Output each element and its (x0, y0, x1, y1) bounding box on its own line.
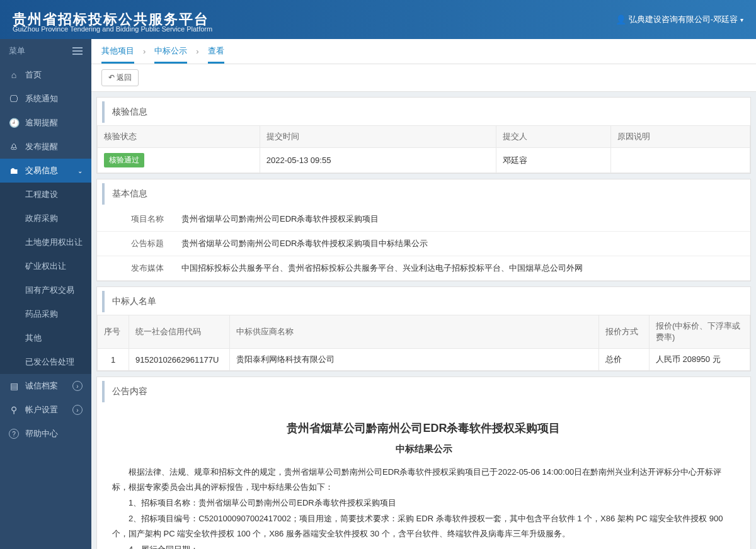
form-value: 贵州省烟草公司黔南州公司EDR杀毒软件授权采购项目中标结果公示 (173, 232, 750, 256)
th-name: 中标供应商名称 (230, 315, 599, 349)
crumb-3[interactable]: 查看 (208, 45, 224, 64)
nav-label: 工程建设 (25, 189, 58, 200)
cell-time: 2022-05-13 09:55 (260, 148, 496, 173)
nav-help[interactable]: ? 帮助中心 (0, 422, 91, 446)
announcement-panel: 公告内容 贵州省烟草公司黔南州公司EDR杀毒软件授权采购项目 中标结果公示 根据… (96, 376, 751, 549)
breadcrumb: 其他项目 › 中标公示 › 查看 (91, 39, 756, 64)
nav-label: 逾期提醒 (25, 117, 58, 128)
cell-code: 91520102662961177U (129, 349, 230, 371)
nav-label: 交易信息 (25, 165, 58, 176)
cell-reason (610, 148, 750, 173)
crumb-sep: › (196, 47, 198, 56)
bell-icon: 🕭 (9, 142, 19, 152)
line-text: 1、招标项目名称：贵州省烟草公司黔南州公司EDR杀毒软件授权采购项目 (112, 495, 735, 511)
nav-credit[interactable]: ▤ 诚信档案 › (0, 374, 91, 398)
th-no: 序号 (98, 315, 129, 349)
nav-label: 政府采购 (25, 213, 58, 224)
doc-subtitle: 中标结果公示 (112, 440, 735, 458)
winners-table: 序号 统一社会信用代码 中标供应商名称 报价方式 报价(中标价、下浮率或费率) … (97, 315, 750, 371)
sub-construction[interactable]: 工程建设 (0, 183, 91, 207)
sub-gov-procure[interactable]: 政府采购 (0, 207, 91, 230)
toolbar: ↶ 返回 (91, 64, 756, 92)
info-badge-icon: › (72, 405, 83, 415)
nav-label: 首页 (25, 69, 42, 81)
form-row: 项目名称 贵州省烟草公司黔南州公司EDR杀毒软件授权采购项目 (97, 207, 750, 232)
nav-label: 土地使用权出让 (25, 237, 83, 248)
cell-quote: 人民币 208950 元 (650, 349, 750, 371)
sub-mining[interactable]: 矿业权出让 (0, 254, 91, 278)
back-button-label: 返回 (117, 73, 132, 82)
th-status: 核验状态 (98, 126, 260, 148)
crumb-2[interactable]: 中标公示 (154, 45, 187, 64)
sub-other[interactable]: 其他 (0, 326, 91, 350)
th-time: 提交时间 (260, 126, 496, 148)
folder-icon: 🖿 (9, 166, 19, 176)
user-icon: 👤 (616, 14, 626, 25)
nav-label: 已发公告处理 (25, 356, 74, 368)
announcement-content: 贵州省烟草公司黔南州公司EDR杀毒软件授权采购项目 中标结果公示 根据法律、法规… (97, 405, 750, 549)
th-code: 统一社会信用代码 (129, 315, 230, 349)
th-submitter: 提交人 (496, 126, 610, 148)
nav-publish-remind[interactable]: 🕭 发布提醒 (0, 135, 91, 159)
nav-notifications[interactable]: 🖵 系统通知 (0, 87, 91, 111)
line-text: 4、履行合同日期： (112, 542, 735, 549)
back-button[interactable]: ↶ 返回 (101, 69, 139, 86)
form-row: 公告标题 贵州省烟草公司黔南州公司EDR杀毒软件授权采购项目中标结果公示 (97, 232, 750, 256)
panel-title: 核验信息 (102, 101, 750, 123)
archive-icon: ▤ (9, 381, 19, 391)
verify-panel: 核验信息 核验状态 提交时间 提交人 原因说明 核验通过 2022-05-13 … (96, 97, 751, 174)
menu-toggle-icon[interactable] (72, 47, 83, 55)
nav-label: 药品采购 (25, 308, 58, 320)
user-settings-icon: ⚲ (9, 405, 19, 415)
line-text: 2、招标项目编号：C5201000907002417002；项目用途，简要技术要… (112, 511, 735, 542)
panel-title: 公告内容 (102, 381, 750, 402)
status-badge: 核验通过 (104, 153, 144, 167)
table-row: 1 91520102662961177U 贵阳泰利网络科技有限公司 总价 人民币… (98, 349, 750, 371)
form-label: 公告标题 (97, 232, 173, 256)
cell-submitter: 邓廷容 (496, 148, 610, 173)
nav-trade-submenu: 工程建设 政府采购 土地使用权出让 矿业权出让 国有产权交易 药品采购 其他 已… (0, 183, 91, 374)
nav-label: 矿业权出让 (25, 261, 66, 272)
th-method: 报价方式 (599, 315, 650, 349)
sidebar: 菜单 ⌂ 首页 🖵 系统通知 🕘 逾期提醒 🕭 发布提醒 🖿 交易信息 ⌄ 工程… (0, 39, 91, 549)
th-reason: 原因说明 (610, 126, 750, 148)
winners-panel: 中标人名单 序号 统一社会信用代码 中标供应商名称 报价方式 报价(中标价、下浮… (96, 286, 751, 371)
cell-no: 1 (98, 349, 129, 371)
form-label: 发布媒体 (97, 256, 173, 280)
nav-label: 其他 (25, 332, 42, 344)
info-badge-icon: › (72, 381, 83, 391)
clock-icon: 🕘 (9, 118, 19, 128)
nav-label: 系统通知 (25, 93, 58, 105)
sub-published[interactable]: 已发公告处理 (0, 350, 91, 374)
doc-title: 贵州省烟草公司黔南州公司EDR杀毒软件授权采购项目 (112, 417, 735, 439)
nav-label: 诚信档案 (25, 380, 58, 392)
th-quote: 报价(中标价、下浮率或费率) (650, 315, 750, 349)
nav-label: 国有产权交易 (25, 285, 74, 296)
nav-label: 发布提醒 (25, 141, 58, 152)
form-row: 发布媒体 中国招标投标公共服务平台、贵州省招标投标公共服务平台、兴业利达电子招标… (97, 256, 750, 281)
nav-account[interactable]: ⚲ 帐户设置 › (0, 398, 91, 422)
main-content: 其他项目 › 中标公示 › 查看 ↶ 返回 核验信息 核验状态 提交时间 提交人… (91, 39, 756, 549)
form-value: 贵州省烟草公司黔南州公司EDR杀毒软件授权采购项目 (173, 207, 750, 231)
crumb-sep: › (143, 47, 146, 56)
sub-land[interactable]: 土地使用权出让 (0, 230, 91, 254)
nav-trade-info[interactable]: 🖿 交易信息 ⌄ (0, 159, 91, 183)
app-title: 贵州省招标投标公共服务平台 GuiZhou Province Tendering… (13, 10, 209, 29)
home-icon: ⌂ (9, 70, 19, 80)
header-subtitle-text: GuiZhou Province Tendering and Bidding P… (13, 25, 212, 33)
cell-method: 总价 (599, 349, 650, 371)
nav-overdue[interactable]: 🕘 逾期提醒 (0, 111, 91, 135)
chevron-down-icon: ⌄ (77, 167, 83, 174)
user-name-label: 弘典建设咨询有限公司-邓廷容 (629, 14, 738, 25)
verify-table: 核验状态 提交时间 提交人 原因说明 核验通过 2022-05-13 09:55… (97, 125, 750, 173)
crumb-1[interactable]: 其他项目 (101, 45, 134, 64)
sub-medicine[interactable]: 药品采购 (0, 302, 91, 326)
form-label: 项目名称 (97, 207, 173, 231)
chevron-down-icon: ▾ (740, 16, 743, 23)
help-icon: ? (9, 429, 19, 439)
user-menu[interactable]: 👤 弘典建设咨询有限公司-邓廷容 ▾ (616, 14, 743, 25)
panel-title: 基本信息 (102, 183, 750, 205)
sub-property[interactable]: 国有产权交易 (0, 278, 91, 302)
nav-home[interactable]: ⌂ 首页 (0, 63, 91, 87)
sidebar-header: 菜单 (0, 39, 91, 63)
